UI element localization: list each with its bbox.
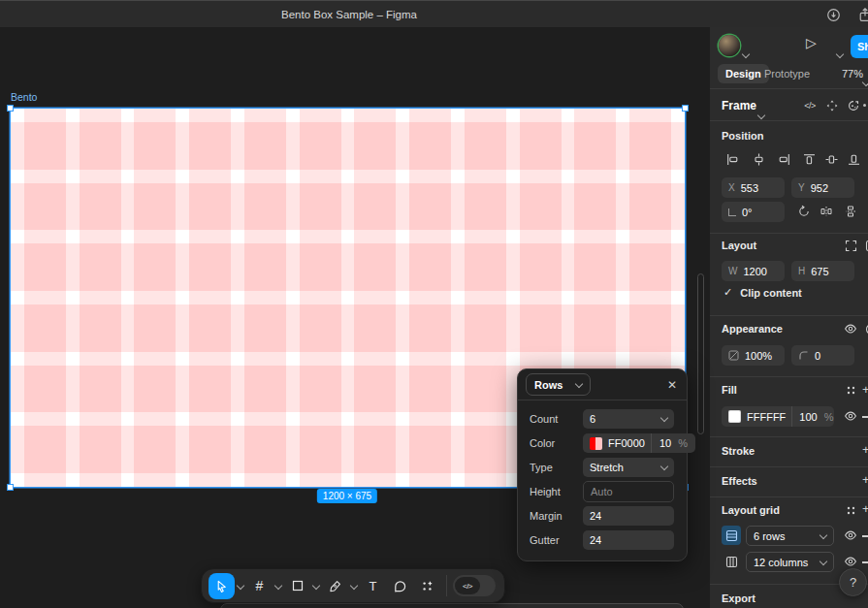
- resize-to-fit-icon[interactable]: [843, 238, 858, 253]
- comment-tool[interactable]: [387, 573, 413, 599]
- variable-icon[interactable]: [863, 321, 868, 336]
- eye-icon[interactable]: [843, 321, 858, 336]
- canvas-scrollbar[interactable]: [697, 273, 704, 434]
- y-position-input[interactable]: Y 952: [791, 177, 854, 198]
- figma-app: Bento Box Sample – Figma Bento 1200 × 67…: [0, 0, 868, 608]
- tab-prototype[interactable]: Prototype: [764, 68, 810, 80]
- present-chevron-icon[interactable]: [837, 44, 843, 61]
- grid-type-select[interactable]: Rows: [526, 373, 591, 396]
- avatar[interactable]: [719, 35, 740, 56]
- move-tool[interactable]: [209, 573, 235, 599]
- add-fill-icon[interactable]: +: [862, 382, 868, 397]
- remove-fill-icon[interactable]: [862, 416, 868, 418]
- rotation-input[interactable]: 0°: [722, 202, 785, 222]
- columns-grid-icon[interactable]: [722, 552, 741, 571]
- present-play-icon[interactable]: ▷: [806, 35, 817, 50]
- selection-handle-bottom-left[interactable]: [7, 484, 14, 491]
- more-dot-icon[interactable]: [863, 104, 866, 107]
- bottom-bar-peek[interactable]: [220, 603, 684, 608]
- flip-vertical-icon[interactable]: [843, 204, 858, 219]
- count-select[interactable]: 6: [583, 409, 674, 429]
- actions-tool[interactable]: [414, 573, 440, 599]
- frame-name-label[interactable]: Bento: [11, 91, 37, 103]
- add-stroke-icon[interactable]: +: [862, 442, 868, 457]
- export-share-icon[interactable]: [857, 7, 868, 23]
- grid-row-stripe: [11, 243, 685, 291]
- add-grid-icon[interactable]: +: [862, 501, 868, 516]
- fill-hex-value[interactable]: FFFFFF: [747, 411, 786, 423]
- gutter-input[interactable]: 24: [583, 530, 674, 550]
- selection-type-label[interactable]: Frame: [722, 99, 756, 112]
- pen-tool-chevron[interactable]: [349, 583, 359, 589]
- color-label: Color: [530, 437, 583, 449]
- shape-tool-chevron[interactable]: [311, 583, 321, 589]
- zoom-level[interactable]: 77%: [842, 68, 863, 80]
- fill-opacity-field[interactable]: 100 %: [791, 406, 840, 427]
- selection-handle-top-left[interactable]: [7, 105, 14, 112]
- move-tool-chevron[interactable]: [236, 583, 245, 589]
- x-position-input[interactable]: X 553: [722, 177, 785, 198]
- component-icon[interactable]: [824, 98, 840, 113]
- eye-icon[interactable]: [843, 528, 858, 543]
- shape-tool[interactable]: [284, 573, 310, 599]
- align-bottom-icon[interactable]: [846, 151, 861, 167]
- grid-type-value: Rows: [534, 379, 563, 391]
- window-title: Bento Box Sample – Figma: [281, 9, 417, 20]
- actions-icon[interactable]: [846, 98, 861, 113]
- align-left-icon[interactable]: [724, 151, 740, 167]
- rows-grid-select[interactable]: 6 rows: [746, 526, 834, 546]
- align-top-icon[interactable]: [801, 151, 817, 167]
- eye-icon[interactable]: [843, 408, 858, 424]
- zoom-chevron-icon[interactable]: [863, 72, 868, 89]
- height-row: Height Auto: [530, 482, 674, 501]
- eye-icon[interactable]: [843, 554, 858, 569]
- pen-tool[interactable]: [322, 573, 348, 599]
- margin-input[interactable]: 24: [583, 506, 674, 526]
- grid-panel-body: Count 6 Color FF0000 10 % Type: [518, 400, 687, 560]
- remove-grid-icon[interactable]: [862, 561, 868, 563]
- flip-horizontal-icon[interactable]: [819, 204, 834, 219]
- color-swatch[interactable]: [590, 437, 602, 450]
- remove-grid-icon[interactable]: [862, 535, 868, 537]
- gutter-label: Gutter: [530, 534, 583, 546]
- align-right-icon[interactable]: [776, 151, 791, 167]
- tab-design[interactable]: Design: [718, 64, 769, 83]
- clip-content-row[interactable]: ✓ Clip content: [723, 286, 802, 299]
- align-vertical-center-icon[interactable]: [823, 151, 839, 167]
- add-effect-icon[interactable]: +: [862, 472, 868, 487]
- dev-mode-toggle[interactable]: </>: [453, 575, 496, 596]
- selection-handle-top-right[interactable]: [682, 105, 689, 112]
- rotate-icon[interactable]: [796, 204, 812, 219]
- corner-radius-input[interactable]: 0: [791, 345, 854, 366]
- align-horizontal-center-icon[interactable]: [751, 151, 766, 167]
- avatar-chevron-icon[interactable]: [743, 44, 749, 61]
- checkbox-check-icon[interactable]: ✓: [723, 286, 732, 299]
- color-hex-value[interactable]: FF0000: [608, 437, 645, 449]
- columns-grid-select[interactable]: 12 columns: [746, 552, 834, 572]
- code-icon[interactable]: </>: [802, 98, 818, 113]
- fill-color-field[interactable]: FFFFFF 100 %: [722, 406, 834, 427]
- type-select[interactable]: Stretch: [583, 458, 674, 477]
- rows-grid-icon[interactable]: [722, 526, 741, 545]
- dimension-badge: 1200 × 675: [317, 489, 377, 503]
- height-input-field[interactable]: H 675: [791, 261, 854, 281]
- device-icon[interactable]: [863, 238, 868, 253]
- fill-swatch[interactable]: [728, 410, 741, 423]
- width-input[interactable]: W 1200: [722, 261, 785, 281]
- frame-tool[interactable]: #: [246, 573, 273, 599]
- divider: [710, 315, 868, 316]
- help-button[interactable]: ?: [839, 568, 867, 596]
- styles-icon[interactable]: [843, 382, 858, 398]
- download-icon[interactable]: [826, 8, 841, 22]
- opacity-input[interactable]: 100%: [722, 345, 785, 366]
- color-opacity-field[interactable]: 10 %: [651, 433, 695, 453]
- close-icon[interactable]: ✕: [667, 378, 677, 392]
- text-tool[interactable]: T: [360, 573, 386, 599]
- frame-tool-chevron[interactable]: [273, 583, 283, 589]
- height-input[interactable]: Auto: [583, 481, 674, 502]
- styles-icon[interactable]: [843, 502, 858, 518]
- margin-value: 24: [590, 510, 667, 522]
- rows-grid-value: 6 rows: [754, 530, 785, 542]
- share-button[interactable]: Share: [851, 35, 868, 58]
- color-field[interactable]: FF0000 10 %: [583, 433, 695, 453]
